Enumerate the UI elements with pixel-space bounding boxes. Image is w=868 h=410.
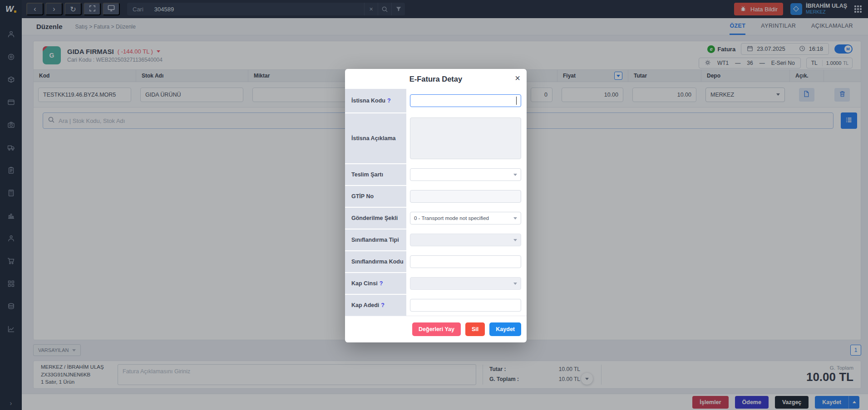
chevron-down-icon xyxy=(513,174,517,176)
siniflandirma-tipi-label: Sınıflandırma Tipi xyxy=(351,237,399,243)
degerleri-yay-button[interactable]: Değerleri Yay xyxy=(412,322,461,336)
sil-button[interactable]: Sil xyxy=(465,322,485,336)
kap-adedi-input[interactable] xyxy=(410,299,521,312)
field-row-gonderilme-sekli: Gönderilme Şekli 0 - Transport mode not … xyxy=(345,207,527,229)
kap-cinsi-select xyxy=(410,277,521,290)
help-icon[interactable]: ? xyxy=(380,280,383,287)
modal-header: E-Fatura Detay × xyxy=(345,69,527,89)
chevron-down-icon xyxy=(513,217,517,220)
text-caret xyxy=(516,97,517,105)
modal-kaydet-button[interactable]: Kaydet xyxy=(489,322,521,336)
field-row-teslim-sarti: Teslim Şartı xyxy=(345,163,527,185)
efatura-detail-modal: E-Fatura Detay × İstisna Kodu? İstisna A… xyxy=(345,69,527,342)
field-row-siniflandirma-kodu: Sınıflandırma Kodu xyxy=(345,250,527,272)
kap-adedi-label: Kap Adedi xyxy=(351,302,379,308)
gonderilme-sekli-select[interactable]: 0 - Transport mode not specified xyxy=(410,212,521,225)
kap-cinsi-label: Kap Cinsi xyxy=(351,280,378,287)
field-row-kap-cinsi: Kap Cinsi? xyxy=(345,272,527,294)
modal-footer: Değerleri Yay Sil Kaydet xyxy=(345,316,527,342)
teslim-sarti-select[interactable] xyxy=(410,168,521,181)
modal-title: E-Fatura Detay xyxy=(409,75,462,83)
chevron-down-icon xyxy=(513,239,517,241)
field-row-siniflandirma-tipi: Sınıflandırma Tipi xyxy=(345,229,527,250)
istisna-kodu-label: İstisna Kodu xyxy=(351,98,385,104)
gonderilme-sekli-value: 0 - Transport mode not specified xyxy=(414,215,489,221)
help-icon[interactable]: ? xyxy=(387,98,391,104)
chevron-down-icon xyxy=(513,283,517,285)
gtip-no-input[interactable] xyxy=(410,190,521,203)
istisna-aciklama-label: İstisna Açıklama xyxy=(351,135,396,142)
gonderilme-sekli-label: Gönderilme Şekli xyxy=(351,215,398,221)
istisna-aciklama-textarea xyxy=(410,117,521,159)
close-icon[interactable]: × xyxy=(515,73,520,83)
siniflandirma-kodu-input[interactable] xyxy=(410,255,521,268)
siniflandirma-tipi-select xyxy=(410,234,521,246)
app-window: W › ‹ › ↻ Cari xyxy=(0,0,868,410)
siniflandirma-kodu-label: Sınıflandırma Kodu xyxy=(351,259,404,265)
teslim-sarti-label: Teslim Şartı xyxy=(351,171,383,178)
istisna-kodu-input[interactable] xyxy=(410,94,521,107)
modal-body: İstisna Kodu? İstisna Açıklama Teslim Şa… xyxy=(345,89,527,316)
field-row-kap-adedi: Kap Adedi? xyxy=(345,294,527,316)
gtip-no-label: GTİP No xyxy=(351,193,374,200)
field-row-istisna-aciklama: İstisna Açıklama xyxy=(345,112,527,163)
field-row-gtip-no: GTİP No xyxy=(345,185,527,207)
field-row-istisna-kodu: İstisna Kodu? xyxy=(345,89,527,112)
help-icon[interactable]: ? xyxy=(381,302,385,308)
